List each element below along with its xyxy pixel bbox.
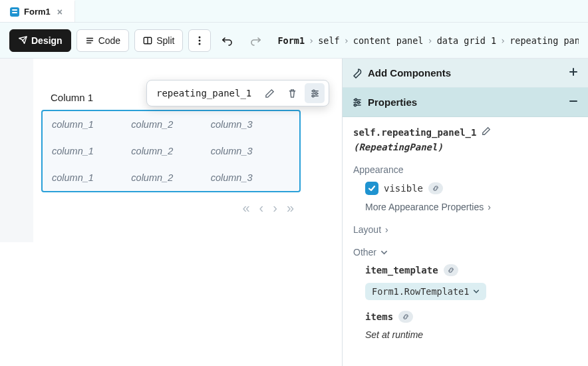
svg-point-24 xyxy=(354,104,356,106)
prop-items: items xyxy=(365,311,577,323)
minus-icon[interactable] xyxy=(568,96,579,108)
chevron-right-icon: › xyxy=(309,35,314,46)
sliders-icon xyxy=(352,97,363,108)
chevron-down-icon xyxy=(380,249,388,256)
link-icon[interactable] xyxy=(444,264,458,276)
chevron-right-icon: › xyxy=(488,202,491,212)
prop-type: (RepeatingPanel) xyxy=(353,142,577,152)
svg-point-16 xyxy=(312,94,314,96)
close-icon[interactable]: × xyxy=(55,6,65,18)
grid-row[interactable]: column_1 column_2 column_3 xyxy=(43,111,299,138)
design-label: Design xyxy=(31,35,63,46)
trash-icon[interactable] xyxy=(282,83,302,103)
edit-icon[interactable] xyxy=(259,83,279,103)
svg-point-14 xyxy=(315,92,317,94)
cell: column_2 xyxy=(131,146,210,156)
svg-rect-2 xyxy=(12,12,17,13)
chevron-right-icon: › xyxy=(344,35,349,46)
grid-row[interactable]: column_1 column_2 column_3 xyxy=(43,164,299,191)
cell: column_3 xyxy=(211,119,290,130)
prop-item-template: item_template xyxy=(365,264,577,276)
edit-icon[interactable] xyxy=(482,126,491,138)
wrench-icon xyxy=(352,68,363,79)
component-label-popup: repeating_panel_1 xyxy=(146,80,329,106)
breadcrumb-seg[interactable]: data_grid_1 xyxy=(437,35,496,46)
cell: column_1 xyxy=(52,119,131,130)
cell: column_1 xyxy=(52,172,131,183)
redo-button[interactable] xyxy=(244,29,267,52)
design-canvas[interactable]: Column 1 x 3 column_1 column_2 column_3 … xyxy=(0,59,342,366)
add-components-header[interactable]: Add Components xyxy=(343,59,588,88)
appearance-title: Appearance xyxy=(353,164,577,175)
split-button[interactable]: Split xyxy=(134,29,183,52)
toolbar: Design Code Split Form1 › self › content… xyxy=(0,23,588,59)
code-button[interactable]: Code xyxy=(76,29,129,52)
svg-point-20 xyxy=(355,98,357,100)
form-icon xyxy=(9,7,20,17)
checkbox-checked-icon[interactable] xyxy=(365,182,378,195)
breadcrumb-seg[interactable]: Form1 xyxy=(277,35,305,46)
repeating-panel[interactable]: column_1 column_2 column_3 column_1 colu… xyxy=(41,110,301,192)
more-appearance-link[interactable]: More Appearance Properties › xyxy=(365,202,577,212)
prop-self-id: self.repeating_panel_1 xyxy=(353,126,577,138)
link-icon[interactable] xyxy=(428,182,443,194)
svg-point-12 xyxy=(313,90,315,92)
right-panel: Add Components Properties self.repeating… xyxy=(342,59,588,366)
design-button[interactable]: Design xyxy=(9,29,71,52)
breadcrumb-seg[interactable]: self xyxy=(318,35,340,46)
prop-label: visible xyxy=(384,183,423,194)
svg-point-9 xyxy=(199,39,201,41)
grid-row[interactable]: column_1 column_2 column_3 xyxy=(43,138,299,164)
column-header[interactable]: Column 1 xyxy=(51,92,131,103)
pager-last-icon[interactable]: » xyxy=(287,200,294,216)
prop-label: item_template xyxy=(365,265,438,275)
cell: column_2 xyxy=(131,172,210,183)
breadcrumb-seg[interactable]: content_panel xyxy=(353,35,424,46)
cell: column_2 xyxy=(131,119,210,130)
chevron-right-icon: › xyxy=(500,35,506,46)
properties-header[interactable]: Properties xyxy=(343,88,588,117)
item-template-value[interactable]: Form1.RowTemplate1 xyxy=(365,283,486,300)
layout-title[interactable]: Layout › xyxy=(353,224,577,235)
pager-prev-icon[interactable]: ‹ xyxy=(259,200,264,216)
pager: « ‹ › » xyxy=(41,192,301,216)
pager-next-icon[interactable]: › xyxy=(273,200,277,216)
cell: column_1 xyxy=(52,146,131,156)
code-label: Code xyxy=(98,35,120,46)
split-label: Split xyxy=(156,35,174,46)
svg-point-22 xyxy=(357,101,359,103)
other-title[interactable]: Other xyxy=(353,247,577,258)
svg-rect-1 xyxy=(12,9,17,11)
undo-button[interactable] xyxy=(216,29,239,52)
pager-first-icon[interactable]: « xyxy=(242,200,249,216)
prop-visible[interactable]: visible xyxy=(365,182,577,195)
tab-form1[interactable]: Form1 × xyxy=(0,0,75,22)
breadcrumb[interactable]: Form1 › self › content_panel › data_grid… xyxy=(277,35,579,46)
section-title: Properties xyxy=(368,96,568,108)
plus-icon[interactable] xyxy=(568,67,579,79)
component-name[interactable]: repeating_panel_1 xyxy=(151,85,257,101)
cell: column_3 xyxy=(211,172,290,183)
link-icon[interactable] xyxy=(398,311,413,323)
items-note: Set at runtime xyxy=(365,329,577,340)
cell: column_3 xyxy=(211,146,290,156)
svg-point-10 xyxy=(199,43,201,45)
section-title: Add Components xyxy=(368,67,568,79)
chevron-right-icon: › xyxy=(385,224,388,235)
tab-bar: Form1 × xyxy=(0,0,588,23)
tab-label: Form1 xyxy=(24,7,51,17)
chevron-down-icon xyxy=(473,288,480,295)
sliders-icon[interactable] xyxy=(305,83,325,103)
kebab-menu-button[interactable] xyxy=(188,29,211,52)
properties-body: self.repeating_panel_1 (RepeatingPanel) … xyxy=(343,117,588,349)
prop-label: items xyxy=(365,311,393,322)
svg-point-8 xyxy=(199,36,201,38)
breadcrumb-seg[interactable]: repeating_pan xyxy=(510,35,579,46)
chevron-right-icon: › xyxy=(428,35,433,46)
